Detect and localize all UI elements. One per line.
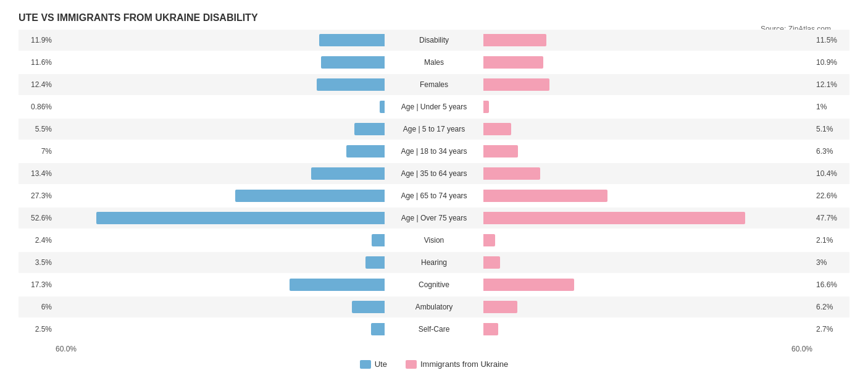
right-value: 10.4% [812,169,849,178]
left-value: 52.6% [19,214,56,222]
right-bar [483,101,489,113]
right-bar [483,167,540,180]
left-bar-area [56,323,385,335]
row-label: Age | 18 to 34 years [385,147,483,156]
right-bar-area [483,190,812,202]
right-bar [483,78,549,91]
chart-row: 3.5% Hearing 3% [19,252,849,273]
row-label: Age | 35 to 64 years [385,169,483,178]
right-bar [483,279,574,291]
right-bar-area [483,256,812,269]
row-label: Vision [385,236,483,245]
left-bar [352,301,385,313]
right-value: 12.1% [812,80,849,89]
left-bar-area [56,212,385,224]
legend-item-ukraine: Immigrants from Ukraine [406,359,508,369]
right-bar-area [483,145,812,158]
right-bar-area [483,234,812,246]
chart-row: 52.6% Age | Over 75 years 47.7% [19,208,849,229]
left-bar-area [56,56,385,69]
chart-rows: 11.9% Disability 11.5% 11.6% Males 10.9%… [19,30,849,340]
chart-row: 17.3% Cognitive 16.6% [19,274,849,295]
left-value: 13.4% [19,169,56,178]
row-label: Age | Over 75 years [385,214,483,222]
left-bar [317,78,385,91]
legend-color-ute [360,360,371,369]
right-value: 16.6% [812,280,849,289]
right-bar [483,190,607,202]
right-bar-area [483,212,812,224]
left-value: 6% [19,303,56,311]
left-value: 5.5% [19,125,56,133]
legend-item-ute: Ute [360,359,387,369]
chart-row: 5.5% Age | 5 to 17 years 5.1% [19,119,849,140]
right-bar [483,301,517,313]
left-bar-area [56,145,385,158]
left-value: 17.3% [19,280,56,289]
right-bar [483,234,495,246]
left-bar-area [56,34,385,46]
row-label: Age | 65 to 74 years [385,191,483,200]
left-bar [380,101,385,113]
left-value: 27.3% [19,191,56,200]
right-bar-area [483,167,812,180]
left-bar-area [56,301,385,313]
left-bar [235,190,385,202]
left-bar-area [56,256,385,269]
chart-row: 0.86% Age | Under 5 years 1% [19,96,849,117]
right-value: 2.1% [812,236,849,245]
left-bar [371,323,385,335]
left-value: 0.86% [19,103,56,111]
right-bar [483,56,543,69]
left-bar [354,123,385,135]
chart-row: 2.5% Self-Care 2.7% [19,319,849,340]
right-bar [483,123,511,135]
chart-row: 27.3% Age | 65 to 74 years 22.6% [19,185,849,206]
row-label: Cognitive [385,280,483,289]
left-value: 3.5% [19,258,56,267]
left-bar-area [56,167,385,180]
chart-row: 6% Ambulatory 6.2% [19,296,849,317]
x-axis: 60.0% 60.0% [19,345,849,353]
right-bar-area [483,323,812,335]
right-bar [483,212,745,224]
right-bar [483,145,518,158]
left-bar-area [56,78,385,91]
left-bar [311,167,385,180]
chart-row: 11.6% Males 10.9% [19,52,849,73]
left-value: 2.5% [19,325,56,334]
row-label: Age | 5 to 17 years [385,125,483,133]
chart-title: UTE VS IMMIGRANTS FROM UKRAINE DISABILIT… [19,12,849,23]
left-bar [96,212,385,224]
left-value: 12.4% [19,80,56,89]
right-bar-area [483,279,812,291]
left-bar [346,145,385,158]
left-bar [319,34,385,46]
left-bar-area [56,279,385,291]
left-bar [290,279,385,291]
left-bar [372,234,385,246]
row-label: Self-Care [385,325,483,334]
right-bar [483,256,500,269]
chart-row: 2.4% Vision 2.1% [19,230,849,251]
right-value: 5.1% [812,125,849,133]
left-bar-area [56,190,385,202]
chart-row: 12.4% Females 12.1% [19,74,849,95]
chart-row: 11.9% Disability 11.5% [19,30,849,51]
legend-label-ute: Ute [375,359,387,369]
right-bar-area [483,78,812,91]
chart-legend: Ute Immigrants from Ukraine [19,359,849,369]
right-bar-area [483,123,812,135]
right-bar-area [483,56,812,69]
right-value: 3% [812,258,849,267]
row-label: Age | Under 5 years [385,103,483,111]
left-bar-area [56,234,385,246]
right-value: 47.7% [812,214,849,222]
right-value: 6.3% [812,147,849,156]
chart-container: 11.9% Disability 11.5% 11.6% Males 10.9%… [19,30,849,369]
row-label: Hearing [385,258,483,267]
chart-row: 13.4% Age | 35 to 64 years 10.4% [19,163,849,184]
right-value: 6.2% [812,303,849,311]
row-label: Disability [385,36,483,44]
left-value: 11.9% [19,36,56,44]
